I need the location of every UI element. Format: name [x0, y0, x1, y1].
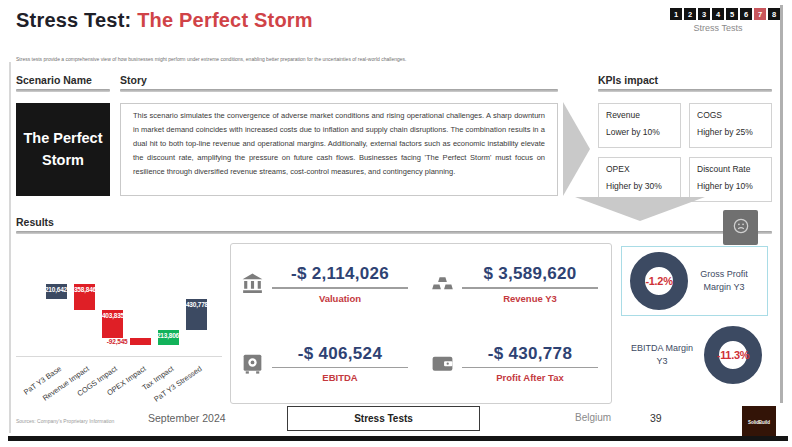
scenario-name-box: The Perfect Storm: [16, 103, 110, 196]
kpis-rule: [598, 89, 772, 92]
page-box-5[interactable]: 5: [726, 8, 738, 20]
waterfall-bar-3: [130, 338, 151, 345]
waterfall-chart: 210,642PaT Y3 Base-358,846Revenue Impact…: [16, 242, 224, 402]
page-nav: 12345678: [660, 8, 780, 20]
results-heading: Results: [16, 216, 54, 228]
slide: { "header": { "title_prefix": "Stress Te…: [0, 0, 792, 447]
bank-icon: [240, 271, 265, 296]
safe-icon: [240, 351, 265, 376]
metric-label: Valuation: [319, 293, 361, 304]
metric-underline: [272, 287, 408, 289]
x-axis-line: [16, 356, 222, 357]
footer-page-number: 39: [650, 412, 662, 424]
kpi-impact-grid: Revenue Lower by 10% COGS Higher by 25% …: [598, 103, 772, 202]
page-box-8[interactable]: 8: [768, 8, 780, 20]
scenario-rule: [16, 89, 110, 92]
donut-label: EBITDA Margin Y3: [627, 342, 697, 369]
page-box-3[interactable]: 3: [698, 8, 710, 20]
page-box-2[interactable]: 2: [684, 8, 696, 20]
kpi-box-revenue: Revenue Lower by 10%: [598, 103, 681, 148]
metric-revenue-y3: $ 3,589,620 Revenue Y3: [421, 244, 611, 324]
slide-subtitle: Stress tests provide a comprehensive vie…: [16, 56, 756, 62]
gross-profit-margin-card: -1.2% Gross Profit Margin Y3: [621, 246, 768, 316]
kpi-name: COGS: [697, 110, 764, 120]
metric-value: $ 3,589,620: [483, 264, 576, 284]
ebitda-margin-card: EBITDA Margin Y3 -11.3%: [621, 320, 768, 390]
footer-section-box: Stress Tests: [287, 406, 480, 431]
wallet-icon: [430, 351, 455, 376]
story-text-box: This scenario simulates the convergence …: [120, 103, 558, 196]
kpi-name: OPEX: [606, 164, 673, 174]
bar-value-label: 213,806: [151, 332, 185, 339]
metric-underline: [462, 367, 598, 369]
insight-button[interactable]: [723, 210, 758, 245]
metric-profit-after-tax: -$ 430,778 Profit After Tax: [421, 324, 611, 404]
arrow-right-icon: [563, 102, 590, 196]
metric-value: -$ 430,778: [488, 344, 572, 364]
story-rule: [120, 89, 558, 92]
kpi-name: Revenue: [606, 110, 673, 120]
metric-label: EBITDA: [322, 372, 357, 383]
donut-value: -11.3%: [717, 349, 749, 361]
metric-label: Profit After Tax: [496, 372, 564, 383]
page-box-1[interactable]: 1: [670, 8, 682, 20]
sources-note: Sources: Company's Proprietary Informati…: [16, 418, 114, 424]
metric-ebitda: -$ 406,524 EBITDA: [231, 324, 421, 404]
scenario-heading: Scenario Name: [16, 74, 92, 86]
page-nav-wrap: 12345678 Stress Tests: [660, 8, 780, 33]
donut-value: -1.2%: [645, 275, 672, 287]
vertical-scrollbar[interactable]: [780, 5, 783, 403]
page-nav-label: Stress Tests: [660, 23, 780, 33]
gross-profit-donut: -1.2%: [630, 252, 688, 310]
page-box-6[interactable]: 6: [740, 8, 752, 20]
metrics-panel: -$ 2,114,026 Valuation $ 3,589,620 Reven…: [230, 243, 612, 404]
page-box-7[interactable]: 7: [754, 8, 766, 20]
kpi-impact: Higher by 25%: [697, 127, 764, 137]
kpis-heading: KPIs impact: [598, 74, 658, 86]
ebitda-margin-donut: -11.3%: [704, 326, 762, 384]
slide-bottom-border: [8, 436, 788, 441]
footer-country: Belgium: [575, 412, 611, 423]
kpi-box-discount-rate: Discount Rate Higher by 10%: [689, 157, 772, 202]
metric-label: Revenue Y3: [503, 293, 557, 304]
slide-left-border: [9, 62, 11, 433]
page-title: Stress Test: The Perfect Storm: [16, 9, 313, 32]
bar-value-label: -403,835: [95, 312, 129, 319]
gold-bars-icon: [430, 271, 455, 296]
story-heading: Story: [120, 74, 147, 86]
company-logo: SolidBuild: [742, 406, 776, 439]
kpi-name: Discount Rate: [697, 164, 764, 174]
thinking-face-icon: [731, 216, 751, 240]
metric-value: -$ 2,114,026: [291, 264, 389, 284]
kpi-impact: Lower by 10%: [606, 127, 673, 137]
metric-underline: [272, 367, 408, 369]
results-rule: [16, 231, 772, 234]
page-title-highlight: The Perfect Storm: [137, 9, 313, 31]
kpi-impact: Higher by 10%: [697, 181, 764, 191]
kpi-box-cogs: COGS Higher by 25%: [689, 103, 772, 148]
metric-value: -$ 406,524: [298, 344, 382, 364]
bar-value-label: -92,545: [94, 338, 128, 345]
kpi-impact: Higher by 30%: [606, 181, 673, 191]
bar-value-label: -430,778: [179, 301, 213, 308]
donut-label: Gross Profit Margin Y3: [689, 268, 759, 295]
metric-underline: [462, 287, 598, 289]
arrow-down-icon: [575, 197, 705, 221]
footer-date: September 2024: [148, 412, 226, 424]
kpi-box-opex: OPEX Higher by 30%: [598, 157, 681, 202]
metric-valuation: -$ 2,114,026 Valuation: [231, 244, 421, 324]
page-box-4[interactable]: 4: [712, 8, 724, 20]
bar-value-label: -358,846: [67, 286, 101, 293]
